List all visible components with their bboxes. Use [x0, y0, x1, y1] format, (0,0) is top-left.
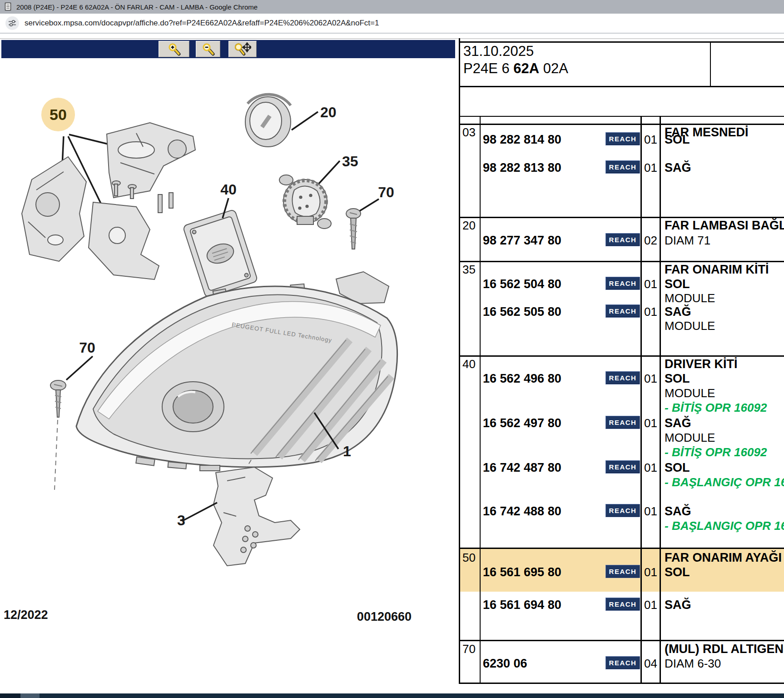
- scrollbar-thumb[interactable]: [20, 693, 40, 698]
- part-number: 98 282 814 80: [483, 133, 561, 147]
- part-desc: SAĞ: [665, 504, 691, 519]
- reach-badge[interactable]: REACH: [605, 132, 640, 145]
- part-number: 6230 06: [483, 657, 527, 671]
- headlight-part-1: PEUGEOT FULL LED Technology: [76, 272, 397, 471]
- figure-date: 12/2022: [4, 608, 48, 622]
- reach-badge[interactable]: REACH: [605, 304, 640, 318]
- reach-badge[interactable]: REACH: [605, 416, 640, 429]
- part-qty: 01: [642, 504, 660, 519]
- part-number: 16 562 505 80: [483, 305, 561, 319]
- reach-badge[interactable]: REACH: [605, 565, 640, 578]
- part-qty: 04: [642, 657, 660, 671]
- part-desc: SAĞ: [665, 161, 691, 175]
- doc-reference: P24E 6 62A 02A: [463, 60, 568, 77]
- row-item-no: 35: [462, 263, 476, 277]
- bracket-part-left: [22, 157, 86, 261]
- part-desc: SOL: [665, 277, 690, 291]
- part-desc: SAĞ: [665, 305, 691, 319]
- part-number: 16 561 694 80: [483, 598, 561, 612]
- screw-part-70-right: [346, 209, 361, 249]
- part-label-3: 3: [177, 512, 185, 528]
- site-settings-button[interactable]: [5, 16, 19, 30]
- part-number: 98 282 813 80: [483, 161, 561, 175]
- part-qty: 01: [642, 372, 660, 386]
- reach-badge[interactable]: REACH: [605, 371, 640, 384]
- part-number: 16 562 496 80: [483, 372, 561, 386]
- part-desc: DIAM 71: [665, 234, 710, 248]
- zoom-out-button[interactable]: [196, 41, 220, 57]
- driver-module-part-40: [183, 209, 258, 298]
- part-note: - BİTİŞ OPR 16092: [665, 445, 767, 459]
- part-note: - BAŞLANGIÇ OPR 16093: [665, 519, 784, 533]
- row-item-no: 03: [462, 125, 476, 140]
- zoom-pan-button[interactable]: [228, 41, 257, 57]
- part-desc: MODULE: [665, 291, 715, 305]
- part-label-20: 20: [320, 104, 337, 120]
- part-desc: SOL: [665, 565, 690, 579]
- part-number: 16 742 488 80: [483, 504, 561, 519]
- part-desc: MODULE: [665, 386, 715, 400]
- zoom-in-icon: [167, 42, 181, 56]
- row-title: FAR ONARIM AYAĞI KİTİ: [665, 551, 784, 565]
- part-desc: MODULE: [665, 319, 715, 333]
- part-desc: SAĞ: [665, 598, 691, 612]
- row-item-no: 70: [462, 642, 476, 656]
- bracket-part-top: [107, 123, 195, 213]
- part-number: 16 742 487 80: [483, 461, 561, 475]
- part-qty: 01: [642, 598, 660, 612]
- doc-date: 31.10.2025: [463, 43, 534, 60]
- reach-badge[interactable]: REACH: [605, 598, 640, 611]
- zoom-pan-icon: [234, 42, 251, 56]
- part-desc: SOL: [665, 372, 690, 386]
- reach-badge[interactable]: REACH: [605, 460, 640, 474]
- url-text[interactable]: servicebox.mpsa.com/docapvpr/affiche.do?…: [25, 19, 379, 28]
- part-qty: 01: [642, 305, 660, 319]
- zoom-out-icon: [201, 42, 215, 56]
- part-qty: 01: [642, 461, 660, 475]
- parts-table-panel: 31.10.2025 P24E 6 62A 02A 03 FAR MESNEDİ…: [459, 0, 784, 698]
- part-desc: SOL: [665, 461, 690, 475]
- part-note: - BAŞLANGIÇ OPR 16093: [665, 475, 784, 489]
- part-qty: 01: [642, 277, 660, 291]
- cap-part-20: [245, 95, 291, 147]
- part-desc: MODULE: [665, 431, 715, 445]
- tune-icon: [8, 19, 16, 27]
- part-label-35: 35: [342, 153, 358, 170]
- window-title: 2008 (P24E) - P24E 6 62A02A - ÖN FARLAR …: [16, 3, 258, 11]
- screw-part-70-left: [50, 380, 66, 490]
- part-desc: SAĞ: [665, 416, 691, 430]
- reach-badge[interactable]: REACH: [605, 504, 640, 517]
- reach-badge[interactable]: REACH: [605, 277, 640, 290]
- part-label-70-right: 70: [378, 184, 394, 200]
- part-number: 16 562 504 80: [483, 277, 561, 291]
- row-title: (MUL) RDL ALTIGEN BAŞLI: [665, 642, 784, 656]
- led-module-part-35: [279, 175, 331, 229]
- part-label-70-left: 70: [79, 339, 95, 356]
- bottom-bar[interactable]: [0, 693, 784, 698]
- part-label-1: 1: [343, 443, 351, 459]
- reach-badge[interactable]: REACH: [605, 233, 640, 246]
- part-qty: 01: [642, 416, 660, 430]
- reach-badge[interactable]: REACH: [605, 160, 640, 174]
- zoom-in-button[interactable]: [159, 41, 189, 57]
- mount-bracket-part-3: [213, 460, 300, 566]
- part-number: 16 562 497 80: [483, 416, 561, 430]
- part-qty: 02: [642, 234, 660, 248]
- row-item-no: 40: [462, 357, 476, 371]
- part-label-40: 40: [220, 181, 237, 198]
- row-title: FAR LAMBASI BAĞLIĞI: [665, 219, 784, 233]
- part-desc: DIAM 6-30: [665, 657, 721, 671]
- window-icon: [5, 2, 12, 11]
- figure-toolbar: [1, 40, 455, 58]
- part-qty: 01: [642, 161, 660, 175]
- part-qty: 01: [642, 565, 660, 579]
- part-number: 16 561 695 80: [483, 565, 561, 579]
- row-item-no: 20: [462, 219, 476, 233]
- row-item-no: 50: [462, 551, 476, 565]
- part-qty: 01: [642, 133, 660, 147]
- figure-number: 00120660: [318, 610, 412, 624]
- reach-badge[interactable]: REACH: [605, 656, 640, 669]
- part-note: - BİTİŞ OPR 16092: [665, 401, 767, 415]
- part-label-50: 50: [50, 106, 67, 123]
- part-desc: SOL: [665, 133, 690, 147]
